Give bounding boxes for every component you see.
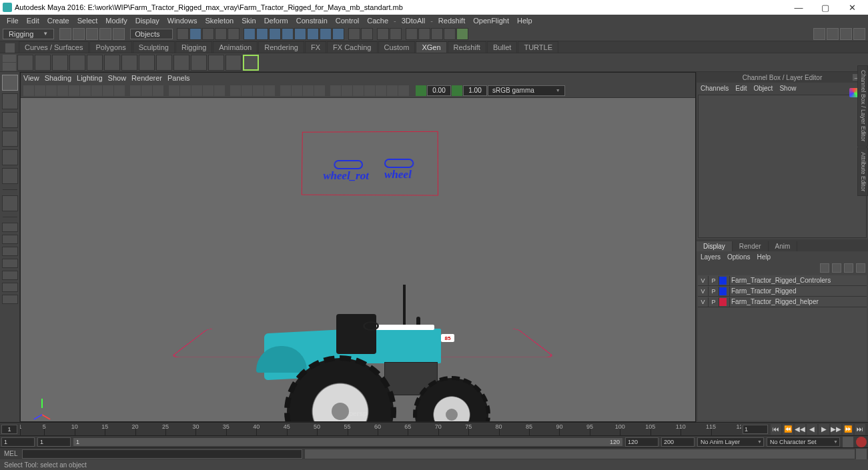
layer-row[interactable]: V P Farm_Tractor_Rigged_helper bbox=[698, 297, 867, 307]
sym7-icon[interactable] bbox=[320, 28, 332, 40]
tractor-mesh[interactable]: 85 bbox=[251, 285, 478, 421]
layer-name[interactable]: Farm_Tractor_Rigged_helper bbox=[730, 298, 867, 305]
pt-shadow-icon[interactable] bbox=[214, 85, 225, 96]
panel2-icon[interactable] bbox=[418, 28, 430, 40]
pt-cam-icon[interactable] bbox=[314, 85, 325, 96]
pt-xrayj-icon[interactable] bbox=[180, 85, 191, 96]
pt-ao-icon[interactable] bbox=[230, 85, 241, 96]
xgen-btn-4[interactable] bbox=[69, 55, 85, 71]
workspace-selector[interactable]: Rigging bbox=[3, 29, 54, 39]
menu-constrain[interactable]: Constrain bbox=[292, 17, 332, 25]
layer-move-down-icon[interactable] bbox=[832, 263, 841, 273]
xgen-btn-8[interactable] bbox=[139, 55, 155, 71]
layout-script-icon[interactable] bbox=[2, 295, 18, 304]
shelf-tab-redshift[interactable]: Redshift bbox=[448, 41, 486, 53]
panel-menu-panels[interactable]: Panels bbox=[167, 74, 190, 82]
layer-vis-toggle[interactable]: V bbox=[698, 287, 709, 296]
layout-single-icon[interactable] bbox=[2, 223, 18, 232]
xgen-btn-11[interactable] bbox=[191, 55, 207, 71]
timeline-current-field[interactable]: 1 bbox=[743, 425, 768, 434]
pt-hud-icon[interactable] bbox=[141, 85, 152, 96]
range-end-inner[interactable]: 120 bbox=[625, 437, 659, 447]
ipr-icon[interactable] bbox=[390, 28, 402, 40]
menu-3dtoall[interactable]: 3DtoAll bbox=[398, 17, 429, 25]
snap-point-icon[interactable] bbox=[202, 28, 214, 40]
shelf-tab-animation[interactable]: Animation bbox=[213, 41, 258, 53]
panel-menu-lighting[interactable]: Lighting bbox=[77, 74, 103, 82]
shelf-tab-xgen[interactable]: XGen bbox=[416, 41, 446, 53]
set-key-icon[interactable] bbox=[856, 437, 867, 447]
menu-skin[interactable]: Skin bbox=[238, 17, 260, 25]
timeline-track[interactable]: 1510152025303540455055606570758085909510… bbox=[20, 423, 741, 435]
color-management-select[interactable]: sRGB gamma bbox=[488, 85, 565, 96]
xgen-btn-1[interactable] bbox=[17, 55, 33, 71]
pt-shade2-icon[interactable] bbox=[103, 85, 113, 96]
pt-poly-icon[interactable] bbox=[280, 85, 291, 96]
pt-iso-icon[interactable] bbox=[153, 85, 163, 96]
pt-bookmark-icon[interactable] bbox=[35, 85, 45, 96]
gamma-field[interactable]: 1.00 bbox=[463, 85, 487, 96]
shelf-tab-turtle[interactable]: TURTLE bbox=[518, 41, 558, 53]
side-tab-attreditor[interactable]: Attribute Editor bbox=[857, 147, 868, 197]
open-scene-icon[interactable] bbox=[73, 28, 85, 40]
layer-move-up-icon[interactable] bbox=[820, 263, 829, 273]
ch-menu-show[interactable]: Show bbox=[779, 85, 796, 92]
ch-menu-object[interactable]: Object bbox=[754, 85, 773, 92]
redo-icon[interactable] bbox=[113, 28, 125, 40]
selection-mode[interactable]: Objects bbox=[130, 29, 172, 39]
layout2-icon[interactable] bbox=[827, 28, 839, 40]
layer-tab-anim[interactable]: Anim bbox=[769, 241, 798, 251]
shelf-tab-bullet[interactable]: Bullet bbox=[487, 41, 518, 53]
pt-tex-icon[interactable] bbox=[191, 85, 202, 96]
sym2-icon[interactable] bbox=[256, 28, 268, 40]
menu-select[interactable]: Select bbox=[73, 17, 102, 25]
layer-color-swatch[interactable] bbox=[719, 298, 727, 306]
wheel-rot-control[interactable] bbox=[334, 160, 363, 169]
sym6-icon[interactable] bbox=[307, 28, 319, 40]
menu-help[interactable]: Help bbox=[513, 17, 536, 25]
xgen-btn-2[interactable] bbox=[35, 55, 51, 71]
close-button[interactable]: ✕ bbox=[839, 0, 865, 15]
anim-layer-select[interactable]: No Anim Layer bbox=[697, 437, 764, 447]
lasso-tool-icon[interactable] bbox=[2, 93, 18, 109]
timeline-start-field[interactable]: 1 bbox=[1, 425, 17, 434]
shelf-tab-curves[interactable]: Curves / Surfaces bbox=[19, 41, 89, 53]
menu-windows[interactable]: Windows bbox=[163, 17, 201, 25]
viewport[interactable]: 85 wheel_rot wheel persp bbox=[21, 98, 695, 421]
minimize-button[interactable]: — bbox=[785, 0, 812, 15]
go-end-icon[interactable]: ⏭ bbox=[855, 424, 865, 435]
sym5-icon[interactable] bbox=[294, 28, 306, 40]
layer-type-cell[interactable]: P bbox=[709, 287, 719, 296]
pt-joint-icon[interactable] bbox=[330, 85, 341, 96]
panel3-icon[interactable] bbox=[431, 28, 443, 40]
play-back-icon[interactable]: ◀ bbox=[807, 424, 817, 435]
layer-color-swatch[interactable] bbox=[719, 277, 727, 285]
sym3-icon[interactable] bbox=[269, 28, 281, 40]
pt-xray-icon[interactable] bbox=[169, 85, 179, 96]
menu-skeleton[interactable]: Skeleton bbox=[201, 17, 238, 25]
pt-grid-icon[interactable] bbox=[130, 85, 141, 96]
menu-file[interactable]: File bbox=[3, 17, 23, 25]
history-icon[interactable] bbox=[348, 28, 360, 40]
panel-menu-view[interactable]: View bbox=[23, 74, 39, 82]
layout-two-icon[interactable] bbox=[2, 247, 18, 256]
step-back-icon[interactable]: ◀◀ bbox=[795, 424, 805, 435]
layer-tab-display[interactable]: Display bbox=[697, 241, 733, 251]
menu-display[interactable]: Display bbox=[131, 17, 163, 25]
layer-row[interactable]: V P Farm_Tractor_Rigged bbox=[698, 286, 867, 297]
time-slider[interactable]: 1 15101520253035404550556065707580859095… bbox=[0, 422, 868, 435]
pt-def-icon[interactable] bbox=[353, 85, 364, 96]
shelf-tab-polygons[interactable]: Polygons bbox=[89, 41, 131, 53]
maximize-button[interactable]: ▢ bbox=[812, 0, 839, 15]
character-set-select[interactable]: No Character Set bbox=[767, 437, 840, 447]
xgen-btn-9[interactable] bbox=[156, 55, 172, 71]
layer-name[interactable]: Farm_Tractor_Rigged_Controlers bbox=[730, 277, 867, 284]
layer-tab-render[interactable]: Render bbox=[733, 241, 769, 251]
wheel-control[interactable] bbox=[384, 159, 414, 168]
pt-ik-icon[interactable] bbox=[342, 85, 352, 96]
cmd-input[interactable] bbox=[22, 449, 302, 459]
step-fwd-icon[interactable]: ▶▶ bbox=[831, 424, 841, 435]
layout-four-icon[interactable] bbox=[2, 235, 18, 244]
menu-control[interactable]: Control bbox=[332, 17, 363, 25]
layer-name[interactable]: Farm_Tractor_Rigged bbox=[730, 287, 867, 295]
